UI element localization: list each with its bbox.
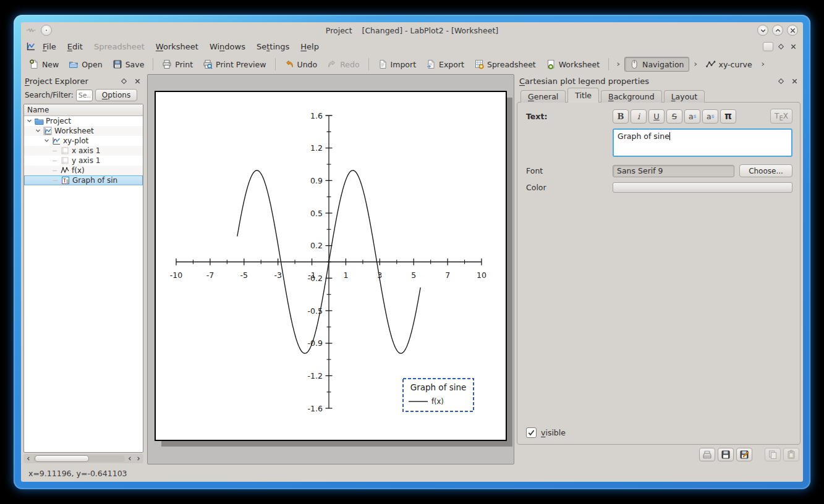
menu-edit[interactable]: Edit	[62, 41, 88, 52]
underline-button[interactable]: U	[648, 109, 665, 124]
superscript-button[interactable]: as	[684, 109, 700, 124]
mdi-close-button[interactable]	[788, 42, 798, 51]
svg-text:-1.2: -1.2	[308, 371, 323, 380]
expander-icon[interactable]	[44, 136, 51, 145]
tab-background[interactable]: Background	[601, 90, 662, 103]
choose-font-button[interactable]: Choose...	[739, 164, 792, 177]
save-default-button[interactable]	[736, 448, 752, 461]
worksheet-page[interactable]: -10-7-5-3-11357101.61.20.90.50.2-0.2-0.5…	[155, 91, 507, 441]
xy-curve-button[interactable]: xy-curve	[702, 57, 757, 71]
tree-item-y-axis-1[interactable]: y axis 1	[24, 156, 143, 166]
menu-file[interactable]: File	[37, 41, 62, 52]
tree-item-project[interactable]: Project	[24, 116, 143, 126]
bold-button[interactable]: B	[613, 109, 629, 124]
redo-button: Redo	[323, 57, 363, 71]
dock-close-icon[interactable]	[132, 76, 142, 86]
tab-title[interactable]: Title	[567, 88, 599, 103]
toolbar-separator	[368, 58, 369, 70]
window-title: Project [Changed] - LabPlot2 - [Workshee…	[21, 26, 803, 35]
window-applet-icon	[26, 25, 36, 35]
tree-header-name[interactable]: Name	[24, 104, 143, 116]
expander-icon[interactable]	[35, 127, 43, 135]
legend-title-textarea[interactable]: Graph of sine	[613, 128, 792, 157]
menu-windows[interactable]: Windows	[204, 41, 251, 52]
tree-item-f-x-[interactable]: f(x)	[24, 166, 143, 175]
titlebar[interactable]: Project [Changed] - LabPlot2 - [Workshee…	[21, 22, 803, 38]
xy-plot-canvas[interactable]: -10-7-5-3-11357101.61.20.90.50.2-0.2-0.5…	[156, 92, 506, 440]
navigation-button[interactable]: Navigation	[624, 57, 689, 72]
visible-checkbox[interactable]	[526, 427, 537, 438]
folder-icon	[34, 116, 44, 126]
worksheet-view[interactable]: -10-7-5-3-11357101.61.20.90.50.2-0.2-0.5…	[147, 74, 514, 464]
print-button[interactable]: Print	[158, 57, 197, 71]
options-button[interactable]: Options	[95, 89, 137, 101]
search-filter-label: Search/Filter:	[25, 91, 74, 99]
scroll-left2-icon[interactable]	[126, 456, 134, 461]
menu-settings[interactable]: Settings	[251, 41, 295, 52]
svg-text:-10: -10	[170, 271, 182, 280]
menu-worksheet[interactable]: Worksheet	[150, 41, 204, 52]
tree-item-graph-of-sin[interactable]: Graph of sin	[24, 175, 143, 185]
strikethrough-button[interactable]: S	[666, 109, 682, 124]
import-icon	[378, 59, 388, 69]
toolbar-overflow-icon[interactable]	[758, 60, 768, 69]
horizontal-scrollbar[interactable]	[23, 454, 143, 463]
window-menu-button[interactable]	[41, 25, 52, 36]
paste-button	[783, 448, 799, 461]
tree-item-xy-plot[interactable]: xy-plot	[24, 136, 143, 146]
dock-float-icon[interactable]	[776, 76, 786, 86]
paste-icon	[786, 450, 796, 460]
mdi-float-button[interactable]	[776, 42, 786, 51]
toolbar-overflow-icon[interactable]	[613, 60, 623, 69]
worksheet-add-icon	[546, 59, 556, 69]
export-icon	[426, 59, 436, 69]
main-toolbar: NewOpenSavePrintPrint PreviewUndoRedoImp…	[21, 54, 803, 74]
export-button[interactable]: Export	[422, 57, 469, 71]
subscript-button[interactable]: as	[702, 109, 718, 124]
dock-close-icon[interactable]	[789, 76, 799, 86]
italic-button[interactable]: i	[631, 109, 647, 124]
maximize-button[interactable]	[772, 25, 783, 36]
window-frame: Project [Changed] - LabPlot2 - [Workshee…	[14, 15, 810, 489]
scroll-handle[interactable]	[35, 455, 89, 462]
undo-button[interactable]: Undo	[280, 57, 322, 71]
menu-spreadsheet: Spreadsheet	[88, 41, 150, 52]
search-input[interactable]	[76, 90, 93, 101]
cursor-coordinates: x=9.11196, y=-0.641103	[28, 469, 127, 478]
svg-text:-0.9: -0.9	[308, 338, 323, 348]
svg-text:10: 10	[477, 271, 486, 280]
spreadsheet-button[interactable]: Spreadsheet	[470, 57, 540, 71]
tex-button: TEX	[770, 109, 792, 124]
tab-layout[interactable]: Layout	[664, 90, 705, 103]
dock-float-icon[interactable]	[119, 76, 129, 86]
tab-general[interactable]: General	[520, 90, 566, 103]
toolbar-overflow-icon[interactable]	[690, 60, 700, 69]
tree-item-worksheet[interactable]: Worksheet	[24, 126, 143, 136]
svg-text:0.2: 0.2	[310, 241, 323, 250]
load-template-button[interactable]	[699, 448, 715, 461]
worksheet-icon	[43, 126, 53, 136]
close-button[interactable]	[787, 25, 798, 36]
color-swatch-button[interactable]	[613, 182, 792, 193]
save-template-button[interactable]	[718, 448, 734, 461]
tree-item-x-axis-1[interactable]: x axis 1	[24, 146, 143, 156]
menu-help[interactable]: Help	[295, 41, 325, 52]
svg-text:-3: -3	[274, 271, 281, 280]
symbol-pi-button[interactable]: π	[720, 109, 736, 124]
worksheet-button[interactable]: Worksheet	[542, 57, 604, 71]
axis-icon	[60, 146, 70, 156]
save-button[interactable]: Save	[108, 57, 149, 71]
scroll-right-icon[interactable]	[135, 456, 142, 461]
expander-icon[interactable]	[27, 117, 34, 125]
open-button[interactable]: Open	[64, 57, 106, 71]
undo-icon	[284, 59, 294, 69]
import-button[interactable]: Import	[373, 57, 421, 71]
mdi-restore-button[interactable]	[763, 42, 773, 51]
labplot-window: Project [Changed] - LabPlot2 - [Workshee…	[21, 22, 803, 482]
print-preview-button[interactable]: Print Preview	[198, 57, 270, 71]
floppy-pencil-icon	[739, 450, 749, 460]
scroll-left-icon[interactable]	[25, 456, 32, 461]
minimize-button[interactable]	[757, 25, 768, 36]
svg-text:1.6: 1.6	[310, 111, 323, 120]
new-button[interactable]: New	[25, 57, 63, 71]
